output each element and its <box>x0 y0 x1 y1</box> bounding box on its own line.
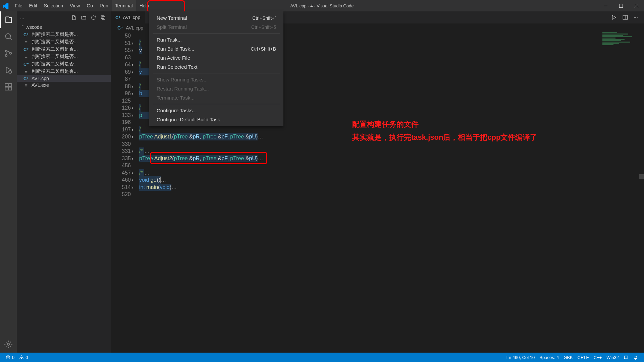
explorer-header: ... <box>17 11 111 23</box>
new-file-icon[interactable] <box>71 15 77 20</box>
sidebar-file-6[interactable]: C⁺AVL.cpp <box>17 75 111 82</box>
menu-selection[interactable]: Selection <box>41 0 67 11</box>
cpp-file-icon: C⁺ <box>117 25 123 31</box>
code-line-460[interactable]: void go()… <box>139 176 624 184</box>
source-control-icon[interactable] <box>0 45 17 62</box>
svg-rect-17 <box>102 16 105 19</box>
menu-file[interactable]: File <box>11 0 26 11</box>
more-actions-icon[interactable]: ··· <box>634 14 638 20</box>
menu-item-configure-tasks-[interactable]: Configure Tasks... <box>149 106 283 115</box>
sidebar-file-0[interactable]: C⁺判断搜索二叉树是否... <box>17 31 111 38</box>
fold-chevron-icon[interactable]: › <box>131 90 138 97</box>
svg-rect-1 <box>619 4 623 7</box>
sidebar-file-3[interactable]: ≡判断搜索二叉树是否... <box>17 53 111 60</box>
explorer-icon[interactable] <box>0 11 17 28</box>
fold-chevron-icon[interactable]: › <box>131 169 138 177</box>
folder-vscode[interactable]: ˅ .vscode <box>17 23 111 31</box>
svg-line-5 <box>10 38 12 40</box>
fold-chevron-icon[interactable]: › <box>131 47 138 54</box>
fold-chevron-icon[interactable]: › <box>131 61 138 68</box>
new-folder-icon[interactable] <box>81 15 87 20</box>
code-line-520[interactable] <box>139 191 624 198</box>
explorer-ellipsis[interactable]: ... <box>17 15 28 20</box>
fold-chevron-icon[interactable]: › <box>131 176 138 184</box>
code-line-514[interactable]: int main(void)… <box>139 184 624 191</box>
minimize-button[interactable] <box>598 0 613 11</box>
chevron-down-icon: ˅ <box>21 24 24 30</box>
sidebar-file-4[interactable]: C⁺判断搜索二叉树是否... <box>17 60 111 68</box>
status-eol[interactable]: CRLF <box>575 355 591 360</box>
menu-item-restart-running-task-: Restart Running Task... <box>149 84 283 93</box>
extensions-icon[interactable] <box>0 78 17 95</box>
sidebar-file-2[interactable]: C⁺判断搜索二叉树是否... <box>17 46 111 53</box>
menu-terminal[interactable]: Terminal <box>112 0 136 11</box>
tab-avl-cpp[interactable]: C⁺ AVL.cpp <box>111 11 145 23</box>
feedback-icon[interactable] <box>621 355 631 360</box>
svg-point-25 <box>21 358 22 359</box>
fold-chevron-icon <box>131 140 138 148</box>
refresh-icon[interactable] <box>91 15 96 20</box>
code-line-456[interactable] <box>139 162 624 169</box>
fold-chevron-icon[interactable]: › <box>131 112 138 119</box>
menu-run[interactable]: Run <box>96 0 112 11</box>
fold-chevron-icon[interactable]: › <box>131 184 138 191</box>
fold-chevron-icon[interactable]: › <box>131 83 138 90</box>
menu-item-new-terminal[interactable]: New TerminalCtrl+Shift+` <box>149 13 283 22</box>
close-button[interactable] <box>629 0 644 11</box>
breadcrumb-label: AVL.cpp <box>126 25 143 31</box>
scrollbar-marker <box>639 174 644 179</box>
terminal-menu-dropdown: New TerminalCtrl+Shift+`Split TerminalCt… <box>149 11 283 126</box>
collapse-all-icon[interactable] <box>100 15 106 20</box>
window-controls <box>598 0 644 11</box>
cpp-file-icon: C⁺ <box>23 47 29 52</box>
menu-edit[interactable]: Edit <box>26 0 41 11</box>
run-icon[interactable] <box>611 14 617 20</box>
code-line-335[interactable]: pTree Adjust2(pTree &pR, pTree &pF, pTre… <box>139 155 624 162</box>
menu-item-show-running-tasks-: Show Running Tasks... <box>149 75 283 84</box>
annotation-text-1: 其实就是，执行完task.json后，相当于把cpp文件编译了 <box>352 132 537 142</box>
folder-label: .vscode <box>26 24 42 30</box>
svg-rect-11 <box>5 83 8 86</box>
menu-item-run-selected-text[interactable]: Run Selected Text <box>149 62 283 71</box>
code-line-331[interactable]: /* … <box>139 147 624 155</box>
maximize-button[interactable] <box>613 0 629 11</box>
fold-chevron-icon[interactable]: › <box>131 147 138 155</box>
vscode-logo-icon <box>0 3 11 9</box>
menu-item-run-active-file[interactable]: Run Active File <box>149 53 283 62</box>
file-label: 判断搜索二叉树是否... <box>32 32 78 38</box>
fold-chevron-icon[interactable]: › <box>131 133 138 140</box>
fold-chevron-icon[interactable]: › <box>131 68 138 76</box>
window-title: AVL.cpp - 4 - Visual Studio Code <box>290 3 354 8</box>
menu-help[interactable]: Help <box>136 0 153 11</box>
run-debug-icon[interactable] <box>0 62 17 78</box>
settings-gear-icon[interactable] <box>0 336 17 353</box>
status-encoding[interactable]: GBK <box>561 355 575 360</box>
file-label: 判断搜索二叉树是否... <box>32 61 78 67</box>
menu-go[interactable]: Go <box>83 0 96 11</box>
sidebar-file-1[interactable]: ≡判断搜索二叉树是否... <box>17 38 111 46</box>
status-indentation[interactable]: Spaces: 4 <box>537 355 561 360</box>
breadcrumb[interactable]: C⁺ AVL.cpp <box>111 23 143 32</box>
status-platform[interactable]: Win32 <box>604 355 621 360</box>
status-language[interactable]: C++ <box>591 355 604 360</box>
fold-chevron-icon[interactable]: › <box>131 40 138 47</box>
menu-item-run-build-task-[interactable]: Run Build Task...Ctrl+Shift+B <box>149 44 283 53</box>
menu-item-configure-default-build-task-[interactable]: Configure Default Build Task... <box>149 115 283 124</box>
sidebar-file-7[interactable]: ≡AVL.exe <box>17 82 111 88</box>
minimap[interactable] <box>602 32 639 69</box>
split-editor-icon[interactable] <box>622 14 628 20</box>
fold-chevron-icon[interactable]: › <box>131 104 138 112</box>
menu-item-run-task-[interactable]: Run Task... <box>149 35 283 44</box>
explorer-sidebar: ... ˅ .vscode C⁺判断搜索二叉树是否...≡判断搜索二叉树是否..… <box>17 11 111 353</box>
fold-chevron-icon[interactable]: › <box>131 155 138 162</box>
sidebar-file-5[interactable]: ≡判断搜索二叉树是否... <box>17 68 111 75</box>
status-errors[interactable]: 0 <box>3 355 17 360</box>
status-warnings[interactable]: 0 <box>17 355 30 360</box>
fold-chevron-icon[interactable]: › <box>131 126 138 133</box>
menu-view[interactable]: View <box>66 0 83 11</box>
search-icon[interactable] <box>0 28 17 45</box>
notifications-bell-icon[interactable] <box>631 355 641 360</box>
file-label: 判断搜索二叉树是否... <box>32 68 78 74</box>
status-cursor-pos[interactable]: Ln 460, Col 10 <box>504 355 537 360</box>
code-line-457[interactable]: /* … <box>139 169 624 177</box>
